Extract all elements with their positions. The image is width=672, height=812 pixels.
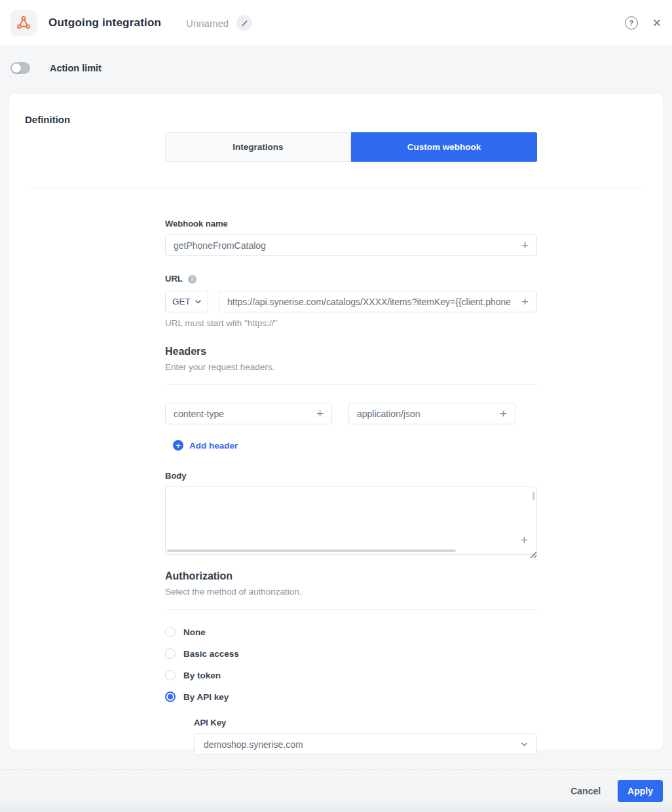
header-key-input[interactable]: content-type + xyxy=(165,403,332,424)
radio-label: By token xyxy=(183,671,221,680)
headers-section-title: Headers xyxy=(165,346,537,358)
info-icon[interactable]: i xyxy=(188,275,196,284)
plus-circle-icon: + xyxy=(173,440,183,451)
action-limit-row: Action limit xyxy=(0,46,672,74)
definition-card: Definition Integrations Custom webhook W… xyxy=(9,94,663,750)
integration-app-icon xyxy=(10,10,37,36)
insert-variable-icon[interactable]: + xyxy=(521,534,528,546)
header-key-value: content-type xyxy=(174,409,311,419)
api-key-select[interactable]: demoshop.synerise.com xyxy=(194,733,537,755)
authorization-section-description: Select the method of authorization. xyxy=(165,587,537,597)
authorization-section-title: Authorization xyxy=(165,570,537,582)
chevron-down-icon xyxy=(521,743,527,747)
app-header: Outgoing integration Unnamed ? ✕ xyxy=(0,0,672,46)
body-label: Body xyxy=(165,471,537,481)
tab-integrations-label: Integrations xyxy=(233,142,283,152)
webhook-name-input[interactable]: getPhoneFromCatalog + xyxy=(165,234,537,256)
edit-name-button[interactable] xyxy=(236,15,252,31)
source-tabs: Integrations Custom webhook xyxy=(165,132,537,162)
insert-variable-icon[interactable]: + xyxy=(521,239,529,251)
apply-button[interactable]: Apply xyxy=(618,780,663,802)
insert-variable-icon[interactable]: + xyxy=(316,407,324,420)
toggle-knob xyxy=(12,64,21,73)
add-header-label: Add header xyxy=(189,441,238,451)
radio-label: Basic access xyxy=(183,649,239,659)
url-hint: URL must start with "https://" xyxy=(165,318,537,328)
tab-integrations[interactable]: Integrations xyxy=(165,132,351,162)
tab-custom-webhook-label: Custom webhook xyxy=(407,142,481,152)
webhook-icon xyxy=(16,15,31,31)
radio-icon[interactable] xyxy=(165,648,176,659)
webhook-name-label: Webhook name xyxy=(165,219,537,229)
http-method-select[interactable]: GET xyxy=(165,291,208,312)
url-input[interactable]: https://api.synerise.com/catalogs/XXXX/i… xyxy=(219,291,537,312)
header-value-input[interactable]: application/json + xyxy=(348,403,515,424)
radio-option-none[interactable]: None xyxy=(165,627,537,637)
radio-icon[interactable] xyxy=(165,627,176,637)
header-value-value: application/json xyxy=(357,409,495,419)
body-textarea[interactable]: + xyxy=(165,487,537,555)
action-limit-toggle[interactable] xyxy=(10,62,30,74)
http-method-value: GET xyxy=(172,297,191,306)
pencil-icon xyxy=(241,20,248,27)
footer-bar: Cancel Apply xyxy=(0,769,672,812)
chevron-down-icon xyxy=(195,300,201,304)
vertical-scrollbar[interactable] xyxy=(532,492,534,500)
cancel-button[interactable]: Cancel xyxy=(570,786,601,796)
integration-name-placeholder: Unnamed xyxy=(186,18,229,29)
header-row: content-type + application/json + xyxy=(165,403,537,424)
help-icon[interactable]: ? xyxy=(625,16,638,29)
divider xyxy=(165,384,537,385)
radio-option-basic-access[interactable]: Basic access xyxy=(165,648,537,659)
headers-section-description: Enter your request headers. xyxy=(165,362,537,372)
api-key-label: API Key xyxy=(194,718,537,728)
action-limit-label: Action limit xyxy=(50,63,102,73)
radio-label: None xyxy=(183,627,206,637)
authorization-options: None Basic access By token By API key xyxy=(165,627,537,702)
horizontal-scrollbar[interactable] xyxy=(167,549,456,552)
page-title: Outgoing integration xyxy=(48,16,161,29)
resize-handle-icon[interactable] xyxy=(529,550,537,559)
api-key-value: demoshop.synerise.com xyxy=(204,739,303,750)
url-value: https://api.synerise.com/catalogs/XXXX/i… xyxy=(227,297,516,307)
tab-custom-webhook[interactable]: Custom webhook xyxy=(351,132,537,162)
insert-variable-icon[interactable]: + xyxy=(500,407,507,420)
add-header-button[interactable]: + Add header xyxy=(173,440,537,451)
radio-option-by-token[interactable]: By token xyxy=(165,670,537,680)
radio-option-by-api-key[interactable]: By API key xyxy=(165,692,537,702)
webhook-name-value: getPhoneFromCatalog xyxy=(174,240,516,251)
radio-icon[interactable] xyxy=(165,692,176,702)
insert-variable-icon[interactable]: + xyxy=(521,295,529,308)
radio-icon[interactable] xyxy=(165,670,176,680)
url-label: URL xyxy=(165,274,183,284)
close-icon[interactable]: ✕ xyxy=(652,18,662,29)
definition-section-title: Definition xyxy=(25,114,70,125)
divider xyxy=(165,609,537,610)
radio-label: By API key xyxy=(183,692,229,702)
